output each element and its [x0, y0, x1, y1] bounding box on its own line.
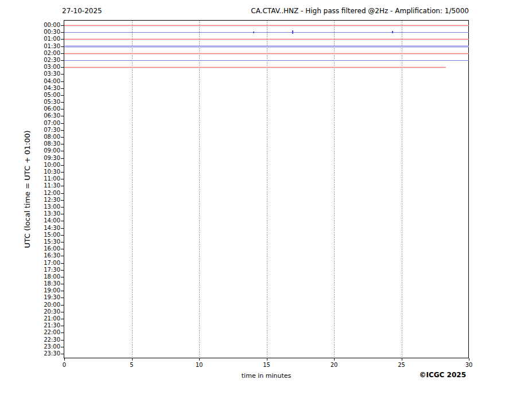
y-tick-label: 01:30	[0, 44, 60, 49]
y-tick-mark	[61, 88, 64, 89]
y-tick-label: 20:00	[0, 302, 60, 308]
y-tick-mark	[61, 242, 64, 242]
y-tick-mark	[61, 81, 64, 82]
x-tick-mark	[199, 358, 200, 361]
plot-date: 27-10-2025	[62, 7, 102, 15]
y-tick-label: 23:00	[0, 344, 60, 350]
x-tick-label: 20	[325, 362, 343, 368]
y-tick-label: 16:30	[0, 253, 60, 259]
trace-spike-00:30	[253, 32, 254, 33]
x-tick-mark	[132, 358, 133, 361]
trace-01:00	[64, 39, 469, 40]
y-tick-mark	[61, 116, 64, 116]
trace-02:00	[64, 53, 469, 54]
y-tick-label: 18:30	[0, 281, 60, 287]
plot-title: CA.CTAV..HNZ - High pass filtered @2Hz -…	[251, 7, 469, 15]
y-tick-label: 19:00	[0, 288, 60, 294]
y-tick-mark	[61, 109, 64, 109]
y-tick-mark	[61, 151, 64, 151]
y-tick-mark	[61, 270, 64, 271]
y-tick-label: 06:30	[0, 113, 60, 119]
x-tick-mark	[267, 358, 267, 361]
y-tick-mark	[61, 256, 64, 256]
y-tick-mark	[61, 102, 64, 103]
y-tick-mark	[61, 186, 64, 186]
y-tick-mark	[61, 284, 64, 284]
trace-00:00	[64, 25, 469, 26]
y-tick-mark	[61, 130, 64, 131]
y-tick-mark	[61, 95, 64, 96]
y-tick-label: 05:30	[0, 99, 60, 105]
y-tick-mark	[61, 326, 64, 326]
y-tick-mark	[61, 263, 64, 264]
trace-00:30	[64, 32, 469, 33]
y-tick-mark	[61, 332, 64, 333]
grid-line-10min	[199, 21, 200, 358]
y-tick-mark	[61, 291, 64, 291]
y-tick-mark	[61, 74, 64, 75]
grid-line-15min	[267, 21, 267, 358]
y-tick-label: 21:30	[0, 323, 60, 328]
y-tick-mark	[61, 214, 64, 214]
y-tick-mark	[61, 172, 64, 173]
y-tick-label: 18:00	[0, 274, 60, 280]
trace-03:00	[64, 67, 446, 68]
helicorder-figure: 27-10-2025 CA.CTAV..HNZ - High pass filt…	[0, 0, 532, 399]
y-tick-label: 04:00	[0, 79, 60, 84]
y-tick-label: 03:00	[0, 64, 60, 70]
y-tick-label: 21:00	[0, 316, 60, 322]
y-tick-mark	[61, 144, 64, 144]
y-tick-label: 19:30	[0, 295, 60, 300]
x-tick-mark	[469, 358, 469, 361]
x-tick-label: 15	[258, 362, 275, 368]
grid-line-20min	[334, 21, 335, 358]
y-tick-label: 20:30	[0, 309, 60, 315]
y-tick-mark	[61, 221, 64, 221]
y-tick-label: 17:00	[0, 260, 60, 266]
x-tick-label: 0	[56, 362, 73, 368]
y-tick-label: 04:30	[0, 85, 60, 91]
trace-spike-00:30	[392, 31, 393, 33]
y-tick-label: 03:30	[0, 71, 60, 77]
y-tick-mark	[61, 137, 64, 138]
y-tick-mark	[61, 277, 64, 277]
y-tick-mark	[61, 207, 64, 208]
y-tick-mark	[61, 158, 64, 159]
trace-spike-00:30	[292, 30, 293, 34]
y-tick-label: 01:00	[0, 36, 60, 42]
y-tick-mark	[61, 312, 64, 312]
y-tick-mark	[61, 249, 64, 249]
y-tick-mark	[61, 354, 64, 354]
x-tick-mark	[402, 358, 402, 361]
y-tick-label: 02:30	[0, 57, 60, 63]
y-tick-mark	[61, 305, 64, 306]
x-tick-mark	[334, 358, 335, 361]
x-tick-label: 25	[393, 362, 410, 368]
y-tick-label: 22:00	[0, 330, 60, 335]
y-tick-label: 02:00	[0, 50, 60, 56]
y-tick-mark	[61, 347, 64, 347]
y-tick-mark	[61, 298, 64, 298]
y-axis-label: UTC (local time = UTC + 01:00)	[23, 130, 32, 248]
x-tick-label: 5	[123, 362, 141, 368]
y-tick-label: 07:00	[0, 120, 60, 126]
y-tick-label: 17:30	[0, 267, 60, 273]
x-tick-label: 10	[191, 362, 208, 368]
y-tick-label: 06:00	[0, 106, 60, 112]
grid-line-25min	[402, 21, 402, 358]
y-tick-mark	[61, 165, 64, 166]
y-tick-label: 05:00	[0, 92, 60, 98]
x-tick-mark	[64, 358, 65, 361]
y-tick-mark	[61, 179, 64, 179]
x-axis-label: time in minutes	[209, 372, 324, 380]
y-tick-mark	[61, 319, 64, 319]
y-tick-label: 00:30	[0, 29, 60, 35]
grid-line-5min	[132, 21, 133, 358]
y-tick-mark	[61, 235, 64, 236]
x-tick-label: 30	[460, 362, 477, 368]
trace-band-core-01:30	[64, 46, 469, 47]
y-tick-label: 23:30	[0, 351, 60, 357]
copyright-credit: ©ICGC 2025	[419, 371, 466, 379]
trace-02:30	[64, 60, 469, 61]
y-tick-mark	[61, 123, 64, 124]
